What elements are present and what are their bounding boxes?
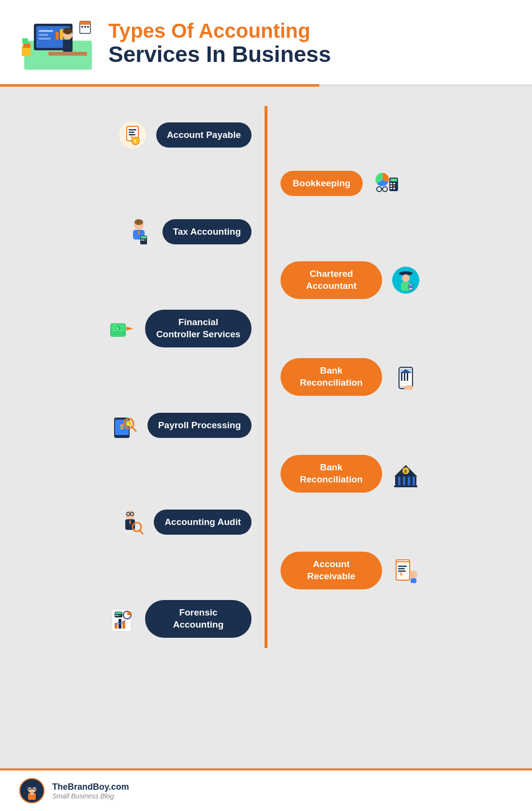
row-account-payable: $ $ Account Payable: [58, 111, 474, 159]
svg-rect-5: [39, 38, 51, 40]
svg-text:$: $: [127, 422, 129, 426]
footer-site-name: TheBrandBoy.com: [52, 782, 129, 792]
svg-rect-19: [84, 26, 86, 28]
svg-rect-103: [411, 578, 416, 583]
row-financial-controller: $ Financial Controller Services: [58, 304, 474, 353]
audit-person-icon: [113, 505, 147, 539]
right-bookkeeping: Bookkeeping: [266, 166, 474, 200]
svg-rect-3: [39, 30, 53, 32]
svg-text:$: $: [117, 327, 118, 330]
label-forensic-accounting: Forensic Accounting: [145, 600, 251, 637]
right-bank-reconciliation-1: Bank Reconciliation: [266, 358, 474, 395]
svg-rect-4: [39, 34, 48, 36]
label-financial-controller: Financial Controller Services: [145, 310, 251, 347]
label-bank-reconciliation-1: Bank Reconciliation: [281, 358, 382, 395]
right-account-receivable: Account Receivable $: [266, 552, 474, 589]
svg-line-76: [132, 427, 136, 431]
row-payroll-processing: $ $ Payroll Processing: [58, 401, 474, 450]
row-account-receivable: Account Receivable $: [58, 546, 474, 595]
row-tax-accounting: Tax Accounting: [58, 208, 474, 256]
left-account-payable: $ $ Account Payable: [58, 118, 266, 152]
row-chartered-accountant: Chartered Accountant: [58, 256, 474, 304]
row-bank-reconciliation-1: Bank Reconciliation: [58, 353, 474, 401]
svg-point-30: [377, 187, 382, 192]
svg-rect-99: [398, 568, 405, 570]
label-bank-reconciliation-2: Bank Reconciliation: [281, 455, 382, 492]
left-forensic-accounting: Forensic Accounting: [58, 600, 266, 637]
forensic-icon: [104, 602, 138, 636]
svg-point-49: [134, 219, 143, 225]
svg-rect-6: [56, 32, 59, 40]
label-tax-accounting: Tax Accounting: [163, 219, 251, 245]
svg-rect-36: [393, 183, 395, 184]
right-chartered-accountant: Chartered Accountant: [266, 261, 474, 299]
svg-rect-66: [401, 373, 402, 381]
header-illustration: [19, 12, 97, 75]
bank-phone-icon: [389, 360, 423, 394]
label-accounting-audit: Accounting Audit: [154, 510, 251, 535]
left-financial-controller: $ Financial Controller Services: [58, 310, 266, 347]
svg-line-95: [140, 530, 143, 534]
svg-rect-98: [398, 566, 407, 567]
bookkeeping-icon: [369, 166, 403, 200]
svg-rect-35: [390, 183, 392, 184]
svg-rect-83: [408, 477, 410, 485]
svg-rect-23: [129, 129, 136, 131]
footer-text: TheBrandBoy.com Small Business Blog: [52, 782, 129, 800]
cash-flow-icon: $: [104, 312, 138, 345]
svg-rect-12: [48, 52, 87, 56]
main-content: $ $ Account Payable Bookkeeping: [0, 87, 532, 768]
chartered-accountant-icon: [389, 263, 423, 297]
magnify-money-icon: $ $: [107, 408, 141, 442]
svg-text:$: $: [400, 571, 402, 576]
svg-rect-10: [63, 40, 73, 52]
svg-rect-15: [22, 38, 28, 44]
svg-rect-39: [390, 188, 392, 189]
svg-rect-81: [398, 477, 400, 485]
footer-tagline: Small Business Blog: [52, 792, 129, 800]
header-text-block: Types Of Accounting Services In Business: [108, 20, 331, 67]
row-accounting-audit: Accounting Audit: [58, 498, 474, 546]
label-payroll-processing: Payroll Processing: [148, 413, 251, 438]
label-bookkeeping: Bookkeeping: [281, 171, 363, 196]
svg-rect-17: [80, 21, 90, 25]
header-title-line2: Services In Business: [108, 42, 331, 67]
svg-marker-63: [126, 327, 133, 330]
svg-rect-67: [404, 373, 405, 381]
svg-rect-18: [81, 26, 83, 28]
left-payroll-processing: $ $ Payroll Processing: [58, 408, 266, 442]
right-bank-reconciliation-2: Bank Reconciliation $: [266, 455, 474, 492]
svg-rect-38: [393, 185, 395, 187]
svg-rect-57: [409, 285, 412, 288]
svg-rect-113: [119, 615, 120, 616]
svg-rect-68: [407, 373, 408, 381]
footer-avatar: [19, 778, 44, 803]
svg-point-102: [410, 571, 417, 578]
label-account-payable: Account Payable: [156, 122, 251, 148]
left-tax-accounting: Tax Accounting: [58, 215, 266, 249]
svg-rect-111: [115, 615, 117, 616]
svg-rect-20: [87, 26, 89, 28]
svg-rect-40: [393, 188, 395, 189]
timeline-container: $ $ Account Payable Bookkeeping: [58, 106, 474, 648]
page-footer: TheBrandBoy.com Small Business Blog: [0, 768, 532, 811]
svg-text:$: $: [404, 469, 407, 474]
svg-text:$: $: [134, 139, 136, 143]
svg-rect-110: [115, 612, 122, 614]
svg-point-119: [28, 783, 36, 788]
svg-point-70: [404, 385, 414, 390]
svg-rect-82: [403, 477, 405, 485]
svg-point-11: [63, 28, 72, 34]
svg-rect-112: [117, 615, 118, 616]
svg-point-31: [383, 187, 387, 192]
page-header: Types Of Accounting Services In Business: [0, 0, 532, 84]
svg-rect-120: [28, 793, 36, 800]
svg-rect-46: [143, 240, 144, 240]
svg-rect-45: [141, 240, 142, 240]
svg-rect-7: [60, 29, 63, 40]
svg-rect-44: [141, 236, 147, 239]
svg-rect-47: [145, 240, 146, 240]
left-accounting-audit: Accounting Audit: [58, 505, 266, 539]
svg-rect-71: [400, 369, 412, 373]
invoice-icon: $ $: [116, 118, 149, 152]
